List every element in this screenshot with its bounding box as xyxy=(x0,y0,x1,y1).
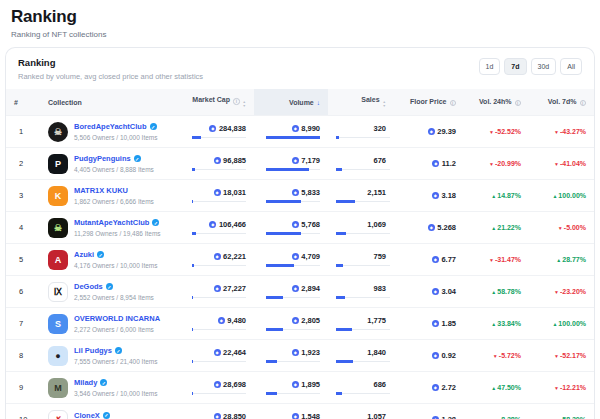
vol-7d-cell: ▼-41.04% xyxy=(529,148,594,180)
verified-badge-icon: ✓ xyxy=(106,283,113,290)
time-filter-all[interactable]: All xyxy=(560,58,582,75)
sales-cell: 676 xyxy=(328,148,394,180)
info-icon[interactable]: i xyxy=(233,98,240,105)
time-filter-7d[interactable]: 7d xyxy=(504,58,526,75)
column-label-vol7: Vol. 7d% xyxy=(548,98,577,105)
sales-cell-bar xyxy=(336,169,390,171)
sales-cell-value-wrap: 1,069 xyxy=(336,220,386,229)
collection-name[interactable]: Azuki✓ xyxy=(74,250,157,259)
collection-link[interactable]: ⅨDeGods✓2,552 Owners / 8,954 Items xyxy=(48,282,168,302)
vol-24h-cell-value: ▼-31.47% xyxy=(472,256,521,263)
verified-badge-icon: ✓ xyxy=(97,251,104,258)
time-filter-1d[interactable]: 1d xyxy=(479,58,501,75)
floor-price-cell-value: 1.85 xyxy=(441,319,456,328)
market-cap-cell-bar xyxy=(192,329,246,331)
time-filter-30d[interactable]: 30d xyxy=(531,58,557,75)
volume-cell-bar-fill xyxy=(266,360,277,363)
collection-link[interactable]: KMATR1X KUKU1,862 Owners / 6,666 Items xyxy=(48,186,168,206)
collection-owners: 4,405 Owners / 8,888 Items xyxy=(74,166,154,173)
vol-24h-cell: ▲21.22% xyxy=(464,212,529,244)
floor-price-cell-value: 5.268 xyxy=(437,223,456,232)
vol-7d-cell-text: 28.77% xyxy=(562,256,586,263)
rank-number: 7 xyxy=(6,308,40,340)
market-cap-cell-bar-fill xyxy=(192,328,193,331)
volume-cell-value-wrap: ◆2,894 xyxy=(262,284,320,293)
market-cap-cell-value-wrap: ◆22,464 xyxy=(184,348,246,357)
collection-link[interactable]: ✗CloneX✓9,671 Owners / 19,518 Items xyxy=(48,410,168,419)
column-label-floor: Floor Price xyxy=(410,98,447,105)
verified-badge-icon: ✓ xyxy=(150,123,157,130)
collection-cell: PPudgyPenguins✓4,405 Owners / 8,888 Item… xyxy=(40,148,176,180)
sales-cell-value: 983 xyxy=(373,284,386,293)
collection-link[interactable]: AAzuki✓4,176 Owners / 10,000 Items xyxy=(48,250,168,270)
info-icon[interactable]: i xyxy=(450,100,457,107)
collection-name[interactable]: DeGods✓ xyxy=(74,282,154,291)
collection-name[interactable]: PudgyPenguins✓ xyxy=(74,154,154,163)
vol-7d-cell-value: ▼-23.20% xyxy=(537,288,586,295)
page-subtitle: Ranking of NFT collections xyxy=(11,30,589,39)
eth-icon: ◆ xyxy=(292,157,299,164)
rank-number: 8 xyxy=(6,340,40,372)
collection-name[interactable]: MutantApeYachtClub✓ xyxy=(74,218,161,227)
market-cap-cell: ◆27,227 xyxy=(176,276,254,308)
sales-cell: 1,069 xyxy=(328,212,394,244)
vol-7d-cell: ▼-5.00% xyxy=(529,212,594,244)
floor-price-cell-value: 3.18 xyxy=(441,191,456,200)
market-cap-cell-value: 18,031 xyxy=(223,188,246,197)
sales-cell-value: 686 xyxy=(373,380,386,389)
vol-7d-cell-value: ▲100.00% xyxy=(537,320,586,327)
collection-meta: MutantApeYachtClub✓11,298 Owners / 19,48… xyxy=(74,218,161,237)
rank-number: 1 xyxy=(6,116,40,148)
collection-name[interactable]: BoredApeYachtClub✓ xyxy=(74,122,157,131)
up-triangle-icon: ▲ xyxy=(556,257,561,263)
collection-meta: MATR1X KUKU1,862 Owners / 6,666 Items xyxy=(74,186,154,205)
collection-link[interactable]: ☠BoredApeYachtClub✓5,506 Owners / 10,000… xyxy=(48,122,168,142)
info-icon[interactable]: i xyxy=(580,100,587,107)
vol-24h-cell: ▼-20.99% xyxy=(464,148,529,180)
collection-link[interactable]: PPudgyPenguins✓4,405 Owners / 8,888 Item… xyxy=(48,154,168,174)
collection-name[interactable]: Lil Pudgys✓ xyxy=(74,346,157,355)
sort-icon[interactable]: ▲▼ xyxy=(243,101,246,108)
floor-price-cell: ◆1.85 xyxy=(394,308,464,340)
market-cap-cell-value: 27,227 xyxy=(223,284,246,293)
sales-cell-value-wrap: 1,057 xyxy=(336,412,386,419)
volume-cell-bar xyxy=(266,169,320,171)
column-header-floor: Floor Pricei xyxy=(394,89,464,116)
vol-24h-cell-value: ▲14.87% xyxy=(472,192,521,199)
collection-name[interactable]: CloneX✓ xyxy=(74,411,157,419)
down-triangle-icon: ▼ xyxy=(554,161,559,167)
volume-cell-value: 2,805 xyxy=(301,316,320,325)
info-icon[interactable]: i xyxy=(515,100,522,107)
vol-24h-cell-text: -31.47% xyxy=(495,256,521,263)
collection-name[interactable]: OVERWORLD INCARNA xyxy=(74,314,160,323)
collection-owners: 11,298 Owners / 19,486 Items xyxy=(74,230,161,237)
down-triangle-icon: ▼ xyxy=(558,225,563,231)
volume-cell-bar-fill xyxy=(266,296,283,299)
collection-link[interactable]: SOVERWORLD INCARNA2,272 Owners / 6,000 I… xyxy=(48,314,168,334)
volume-cell: ◆7,179 xyxy=(254,148,328,180)
eth-icon: ◆ xyxy=(428,224,435,231)
floor-price-cell: ◆29.39 xyxy=(394,116,464,148)
collection-link[interactable]: ●Lil Pudgys✓7,555 Owners / 21,400 Items xyxy=(48,346,168,366)
collection-name-text: DeGods xyxy=(74,282,103,291)
column-header-market_cap[interactable]: Market Capi▲▼ xyxy=(176,89,254,116)
market-cap-cell-value-wrap: ◆106,466 xyxy=(184,220,246,229)
eth-icon: ◆ xyxy=(428,128,435,135)
volume-cell-bar xyxy=(266,137,320,139)
collection-link[interactable]: ☠MutantApeYachtClub✓11,298 Owners / 19,4… xyxy=(48,218,168,238)
collection-avatar: S xyxy=(48,314,68,334)
table-row: 9MMilady✓3,546 Owners / 10,000 Items◆28,… xyxy=(6,372,594,404)
market-cap-cell-bar-fill xyxy=(192,200,193,203)
collection-name[interactable]: MATR1X KUKU xyxy=(74,186,154,195)
column-header-volume[interactable]: Volume↓ xyxy=(254,89,328,116)
vol-7d-cell-value: ▲28.77% xyxy=(537,256,586,263)
column-header-sales[interactable]: Sales▲▼ xyxy=(328,89,394,116)
down-triangle-icon: ▼ xyxy=(493,353,498,359)
market-cap-cell-bar xyxy=(192,361,246,363)
sales-cell-value-wrap: 686 xyxy=(336,380,386,389)
floor-price-cell-value: 3.04 xyxy=(441,287,456,296)
eth-icon: ◆ xyxy=(292,317,299,324)
collection-link[interactable]: MMilady✓3,546 Owners / 10,000 Items xyxy=(48,378,168,398)
sort-icon[interactable]: ▲▼ xyxy=(383,101,386,108)
collection-name[interactable]: Milady✓ xyxy=(74,378,157,387)
